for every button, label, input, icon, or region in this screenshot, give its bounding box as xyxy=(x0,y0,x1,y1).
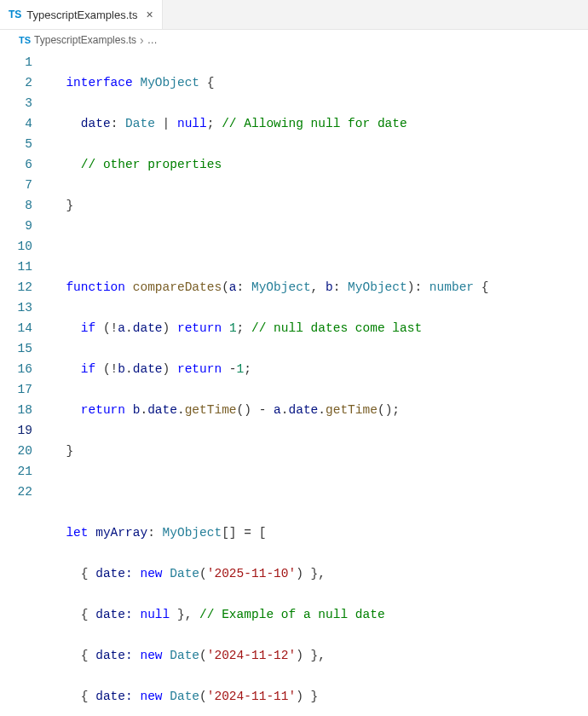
tab-title: TypescriptExamples.ts xyxy=(26,9,137,21)
breadcrumb-more: … xyxy=(147,34,158,46)
breadcrumb-file: TypescriptExamples.ts xyxy=(34,34,136,46)
breadcrumb[interactable]: TS TypescriptExamples.ts › … xyxy=(0,30,588,50)
close-icon[interactable]: × xyxy=(146,8,153,21)
chevron-right-icon: › xyxy=(140,33,144,47)
tab-bar: TS TypescriptExamples.ts × xyxy=(0,0,588,30)
line-gutter: 12345678910111213141516171819202122 xyxy=(0,52,51,716)
code-editor[interactable]: 12345678910111213141516171819202122 inte… xyxy=(0,50,588,716)
typescript-icon: TS xyxy=(19,35,31,45)
typescript-icon: TS xyxy=(9,9,21,20)
editor-tab[interactable]: TS TypescriptExamples.ts × xyxy=(0,0,163,29)
code-area[interactable]: interface MyObject { date: Date | null; … xyxy=(51,52,588,716)
